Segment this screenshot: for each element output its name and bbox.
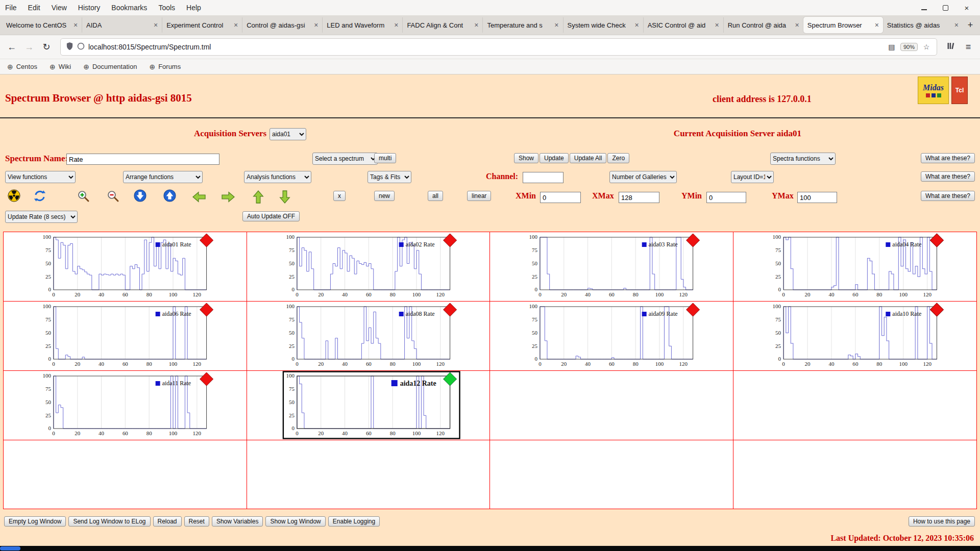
spectrum-plot-cell[interactable]: 0255075100020406080100120aida08 Rate (247, 302, 491, 371)
browser-tab[interactable]: Welcome to CentOS× (2, 17, 82, 33)
tab-close-icon[interactable]: × (954, 21, 959, 29)
select-spectrum-dropdown[interactable]: Select a spectrum (312, 153, 378, 165)
new-tab-button[interactable]: + (963, 15, 978, 35)
x-button[interactable]: x (333, 191, 346, 201)
spectrum-plot-cell[interactable]: 0255075100020406080100120aida02 Rate (247, 232, 491, 302)
close-icon[interactable]: × (963, 4, 971, 12)
show-button[interactable]: Show (514, 153, 538, 163)
site-info-icon[interactable] (77, 42, 85, 52)
scroll-up-arrow-icon[interactable] (252, 189, 264, 207)
tab-close-icon[interactable]: × (554, 21, 558, 29)
spectrum-plot-cell[interactable]: 0255075100020406080100120aida01 Rate (4, 232, 247, 302)
menu-view[interactable]: View (52, 4, 67, 12)
bookmark-wiki[interactable]: ⊕Wiki (50, 63, 71, 71)
show-log-window-button[interactable]: Show Log Window (265, 516, 325, 527)
minimize-icon[interactable] (920, 4, 928, 12)
browser-tab[interactable]: LED and Waveform× (322, 17, 402, 33)
maximize-icon[interactable] (941, 4, 949, 12)
spectrum-plot[interactable]: 0255075100020406080100120aida06 Rate (4, 302, 247, 370)
reset-button[interactable]: Reset (184, 516, 209, 527)
acquisition-server-dropdown[interactable]: aida01 (270, 128, 306, 140)
page-hscrollbar[interactable] (0, 546, 980, 551)
update-all-button[interactable]: Update All (570, 153, 607, 163)
spectrum-plot[interactable]: 0255075100020406080100120aida03 Rate (490, 232, 733, 301)
browser-tab[interactable]: Statistics @ aidas× (883, 17, 963, 33)
update-rate-dropdown[interactable]: Update Rate (8 secs) (5, 211, 78, 223)
scroll-down-arrow-icon[interactable] (279, 189, 291, 207)
browser-tab[interactable]: Run Control @ aida× (723, 17, 803, 33)
spectrum-plot[interactable]: 0255075100020406080100120aida09 Rate (490, 302, 733, 370)
tab-close-icon[interactable]: × (74, 21, 78, 29)
url-bar[interactable]: localhost:8015/Spectrum/Spectrum.tml ▤ 9… (60, 38, 937, 56)
spectrum-plot[interactable]: 0255075100020406080100120aida08 Rate (247, 302, 490, 370)
xmax-input[interactable] (619, 192, 659, 203)
back-icon[interactable]: ← (5, 42, 18, 53)
multi-button[interactable]: multi (374, 153, 396, 163)
tab-close-icon[interactable]: × (474, 21, 478, 29)
tab-close-icon[interactable]: × (394, 21, 398, 29)
menu-tools[interactable]: Tools (158, 4, 175, 12)
bookmark-documentation[interactable]: ⊕Documentation (83, 63, 137, 71)
browser-tab[interactable]: Experiment Control× (162, 17, 242, 33)
tab-close-icon[interactable]: × (634, 21, 639, 29)
zoom-in-icon[interactable] (77, 189, 90, 205)
previous-arrow-icon[interactable] (191, 191, 207, 205)
browser-tab[interactable]: Temperature and s× (482, 17, 562, 33)
channel-input[interactable] (523, 172, 564, 183)
next-arrow-icon[interactable] (220, 191, 236, 205)
tab-close-icon[interactable]: × (234, 21, 238, 29)
refresh-icon[interactable] (33, 189, 46, 205)
bookmark-star-icon[interactable]: ☆ (921, 43, 932, 51)
spectrum-plot[interactable]: 0255075100020406080100120aida11 Rate (4, 371, 247, 440)
zoom-out-icon[interactable] (106, 189, 119, 205)
spectrum-plot[interactable]: 0255075100020406080100120aida10 Rate (733, 302, 977, 370)
browser-tab[interactable]: ASIC Control @ aid× (643, 17, 723, 33)
tab-close-icon[interactable]: × (715, 21, 719, 29)
auto-update-button[interactable]: Auto Update OFF (242, 211, 300, 221)
number-of-galleries-dropdown[interactable]: Number of Galleries (609, 171, 677, 183)
all-button[interactable]: all (428, 191, 443, 201)
menu-help[interactable]: Help (186, 4, 201, 12)
reload-icon[interactable]: ↻ (40, 41, 53, 53)
update-button[interactable]: Update (540, 153, 569, 163)
show-variables-button[interactable]: Show Variables (212, 516, 263, 527)
enable-logging-button[interactable]: Enable Logging (328, 516, 380, 527)
move-up-icon[interactable] (163, 189, 176, 204)
zoom-indicator[interactable]: 90% (900, 43, 918, 51)
menu-file[interactable]: File (5, 4, 17, 12)
what-are-these-button-2[interactable]: What are these? (921, 171, 975, 182)
menu-edit[interactable]: Edit (28, 4, 40, 12)
menu-bookmarks[interactable]: Bookmarks (111, 4, 147, 12)
linear-button[interactable]: linear (467, 191, 491, 201)
forward-icon[interactable]: → (22, 42, 36, 53)
what-are-these-button-3[interactable]: What are these? (921, 191, 975, 201)
tab-close-icon[interactable]: × (154, 21, 158, 29)
move-down-icon[interactable] (134, 189, 146, 204)
spectrum-plot-cell[interactable]: 0255075100020406080100120aida09 Rate (490, 302, 733, 371)
hscrollbar-thumb[interactable] (0, 546, 20, 550)
spectra-functions-dropdown[interactable]: Spectra functions (770, 153, 836, 165)
spectrum-plot[interactable]: 0255075100020406080100120aida01 Rate (4, 232, 247, 301)
tab-close-icon[interactable]: × (875, 21, 879, 29)
bookmark-centos[interactable]: ⊕Centos (7, 63, 37, 71)
what-are-these-button-1[interactable]: What are these? (921, 153, 975, 163)
arrange-functions-dropdown[interactable]: Arrange functions (123, 171, 203, 183)
reader-mode-icon[interactable]: ▤ (887, 43, 897, 51)
ymax-input[interactable] (797, 192, 837, 203)
browser-tab[interactable]: Control @ aidas-gsi× (242, 17, 322, 33)
spectrum-plot[interactable]: 0255075100020406080100120aida12 Rate (247, 371, 490, 440)
analysis-functions-dropdown[interactable]: Analysis functions (244, 171, 311, 183)
browser-tab[interactable]: Spectrum Browser× (803, 17, 883, 33)
spectrum-plot-cell[interactable]: 0255075100020406080100120aida10 Rate (733, 302, 977, 371)
view-functions-dropdown[interactable]: View functions (5, 171, 76, 183)
spectrum-plot[interactable]: 0255075100020406080100120aida02 Rate (247, 232, 490, 301)
tab-close-icon[interactable]: × (795, 21, 799, 29)
spectrum-plot-cell[interactable]: 0255075100020406080100120aida06 Rate (4, 302, 247, 371)
empty-log-window-button[interactable]: Empty Log Window (4, 516, 66, 527)
how-to-use-button[interactable]: How to use this page (909, 516, 975, 527)
menu-history[interactable]: History (78, 4, 101, 12)
layout-id-dropdown[interactable]: Layout ID=1 (731, 171, 774, 183)
menu-icon[interactable]: ≡ (962, 42, 975, 53)
ymin-input[interactable] (706, 192, 746, 203)
browser-tab[interactable]: AIDA× (82, 17, 162, 33)
